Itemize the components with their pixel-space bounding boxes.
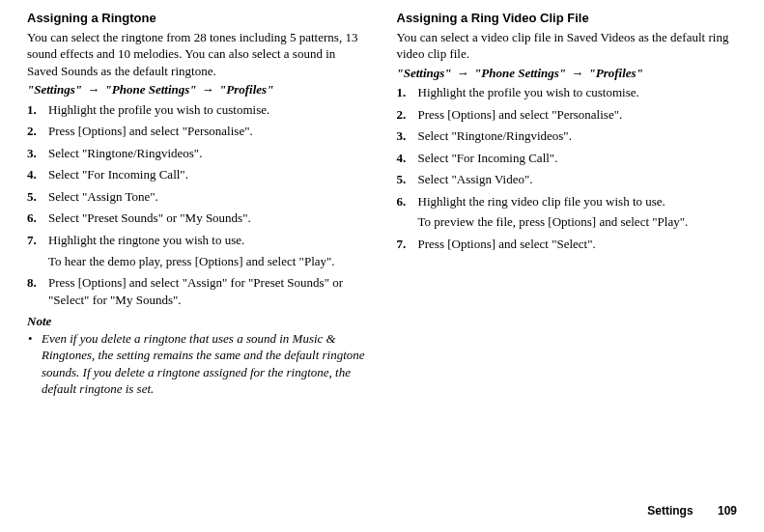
note-list: Even if you delete a ringtone that uses … [27,330,368,398]
content-columns: Assigning a Ringtone You can select the … [27,10,737,398]
nav-path-left: "Settings" → "Phone Settings" → "Profile… [27,81,368,98]
step-item: Press [Options] and select "Personalise"… [27,123,368,140]
step-item: Highlight the ringtone you wish to use.T… [27,232,368,269]
right-column: Assigning a Ring Video Clip File You can… [397,10,738,398]
step-text: Highlight the ring video clip file you w… [418,194,665,209]
step-text: Select "Preset Sounds" or "My Sounds". [48,210,251,225]
step-text: Highlight the profile you wish to custom… [48,102,269,117]
nav-part: "Profiles" [219,82,273,97]
step-text: Press [Options] and select "Personalise"… [48,124,253,138]
intro-ringtone: You can select the ringtone from 28 tone… [27,29,368,80]
step-text: Select "For Incoming Call". [418,151,558,165]
nav-part: "Phone Settings" [105,82,197,97]
steps-right: Highlight the profile you wish to custom… [397,84,738,252]
step-extra: To preview the file, press [Options] and… [418,213,738,231]
step-text: Press [Options] and select "Assign" for … [48,275,343,307]
arrow-icon: → [85,82,101,97]
intro-videoclip: You can select a video clip file in Save… [397,29,738,63]
step-item: Select "Assign Tone". [27,188,368,206]
arrow-icon: → [455,66,471,80]
nav-part: "Profiles" [589,66,643,80]
step-text: Press [Options] and select "Personalise"… [418,107,623,122]
nav-part: "Settings" [397,66,452,80]
page-footer: Settings 109 [647,503,737,518]
step-item: Press [Options] and select "Assign" for … [27,274,368,308]
note-label: Note [27,313,368,330]
step-extra: To hear the demo play, press [Options] a… [48,253,368,270]
step-item: Select "Ringtone/Ringvideos". [27,145,368,162]
step-text: Select "For Incoming Call". [48,167,188,182]
nav-part: "Phone Settings" [474,66,566,80]
step-item: Select "Preset Sounds" or "My Sounds". [27,210,368,227]
step-text: Select "Ringtone/Ringvideos". [418,128,572,143]
step-text: Select "Assign Video". [418,172,533,186]
heading-videoclip: Assigning a Ring Video Clip File [397,10,738,27]
arrow-icon: → [569,66,585,80]
arrow-icon: → [200,82,216,97]
footer-page-number: 109 [718,504,737,518]
left-column: Assigning a Ringtone You can select the … [27,10,368,398]
step-text: Select "Ringtone/Ringvideos". [48,146,202,160]
step-text: Highlight the ringtone you wish to use. [48,233,244,247]
step-text: Press [Options] and select "Select". [418,237,596,251]
step-text: Highlight the profile you wish to custom… [418,85,639,99]
step-item: Highlight the profile you wish to custom… [27,101,368,119]
step-item: Highlight the ring video clip file you w… [397,193,738,231]
step-item: Press [Options] and select "Personalise"… [397,106,738,124]
step-item: Select "For Incoming Call". [27,166,368,183]
step-item: Press [Options] and select "Select". [397,236,738,253]
step-item: Select "Ringtone/Ringvideos". [397,127,738,145]
note-text: Even if you delete a ringtone that uses … [42,330,368,398]
step-item: Highlight the profile you wish to custom… [397,84,738,101]
nav-part: "Settings" [27,82,82,97]
step-item: Select "For Incoming Call". [397,150,738,167]
step-item: Select "Assign Video". [397,171,738,188]
step-text: Select "Assign Tone". [48,189,158,204]
footer-section-label: Settings [647,504,693,518]
note-item: Even if you delete a ringtone that uses … [27,330,368,398]
heading-ringtone: Assigning a Ringtone [27,10,368,27]
nav-path-right: "Settings" → "Phone Settings" → "Profile… [397,65,738,82]
steps-left: Highlight the profile you wish to custom… [27,101,368,308]
